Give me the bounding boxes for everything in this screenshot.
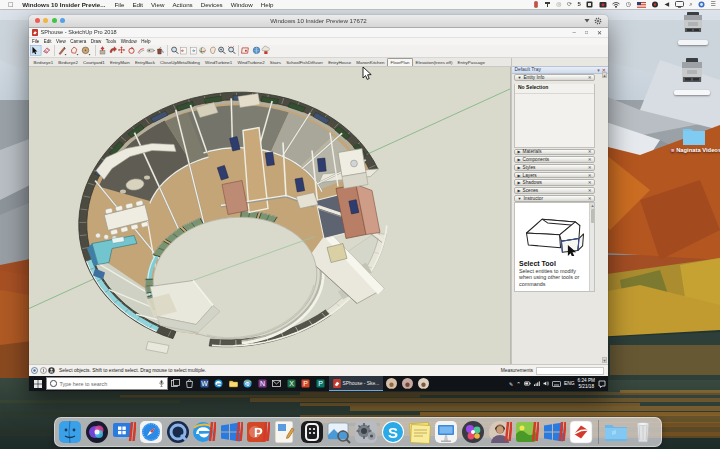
maximize-button[interactable]: □ (585, 29, 588, 36)
taskbar-app-mail[interactable] (270, 376, 285, 391)
tray-header[interactable]: Default Tray ▾✕ (512, 66, 608, 74)
menubar-item-actions[interactable]: Actions (172, 1, 192, 8)
dock-powerpoint[interactable]: P (246, 420, 270, 444)
credits-status-icon[interactable] (40, 367, 47, 374)
dock-preview[interactable] (327, 420, 351, 444)
dock-media-app[interactable] (461, 420, 485, 444)
taskbar-contact-3[interactable] (418, 378, 429, 389)
section-layers[interactable]: ▶ Layers ✕ (514, 172, 595, 179)
section-instructor[interactable]: ▼ Instructor ✕ (514, 195, 595, 202)
tray-scrollbar[interactable]: ▲ ▼ (602, 72, 608, 363)
chevron-up-icon[interactable]: ⌃ (516, 381, 521, 387)
menu-edit[interactable]: Edit (44, 39, 52, 44)
tab-schoolfishdiffuser[interactable]: SchoolFishDiffuser (284, 59, 326, 67)
pen-icon[interactable]: ✎ (509, 381, 513, 387)
section-components[interactable]: ▶ Components ✕ (514, 156, 595, 163)
close-button[interactable]: ✕ (597, 29, 602, 36)
user-status-icon[interactable] (48, 367, 55, 374)
materials-close-icon[interactable]: ✕ (588, 149, 592, 154)
entity-info-close-icon[interactable]: ✕ (588, 75, 592, 80)
tool-move[interactable] (117, 45, 126, 56)
spotlight-icon[interactable]: ⌕ (689, 0, 692, 9)
tab-entryback[interactable]: EntryBack (132, 59, 157, 67)
time-machine-icon[interactable]: ◷ (626, 0, 631, 9)
dock-windows-vm[interactable] (542, 420, 566, 444)
minimize-button[interactable]: – (573, 29, 576, 36)
tool-follow-me[interactable] (108, 45, 117, 56)
menu-view[interactable]: View (56, 39, 66, 44)
tab-manonkitchen[interactable]: ManonKitchen (354, 59, 387, 67)
tool-zoom[interactable] (170, 45, 179, 56)
sketchup-titlebar[interactable]: SPhouse - SketchUp Pro 2018 – □ ✕ (29, 28, 608, 39)
microphone-icon[interactable] (159, 380, 164, 387)
taskbar-app-file-explorer[interactable] (226, 376, 241, 391)
menubar-item-devices[interactable]: Devices (201, 1, 223, 8)
menubar-item-view[interactable]: View (151, 1, 164, 8)
apple-menu-icon[interactable]:  (8, 0, 13, 9)
taskbar-app-excel[interactable]: X (284, 376, 299, 391)
taskbar-app-publisher[interactable]: P (313, 376, 328, 391)
taskbar-app-powerpoint[interactable]: P (299, 376, 314, 391)
menubar-item-file[interactable]: File (114, 1, 124, 8)
tab-entrypassage[interactable]: EntryPassage (455, 59, 488, 67)
tool-offset[interactable] (136, 45, 145, 56)
menu-draw[interactable]: Draw (91, 39, 102, 44)
language-indicator[interactable]: ENG (564, 381, 575, 386)
tab-stairs[interactable]: Stairs (267, 59, 283, 67)
taskbar-active-sketchup[interactable]: SPhouse - Ske... (329, 376, 384, 391)
vm-titlebar[interactable]: Windows 10 Insider Preview 17672 (29, 15, 608, 28)
section-entity-info[interactable]: ▼ Entity Info ✕ (514, 74, 595, 81)
tool-zoom-window[interactable] (217, 45, 226, 56)
dock-contact-photo[interactable] (488, 420, 512, 444)
taskbar-app-internet-explorer[interactable] (241, 376, 256, 391)
menu-help[interactable]: Help (141, 39, 150, 44)
dock-internet-explorer[interactable] (192, 420, 216, 444)
desktop-icon-printer-1[interactable] (670, 11, 716, 46)
menu-file[interactable]: File (32, 39, 39, 44)
tool-zoom-extents[interactable] (227, 45, 236, 56)
tab-entryhouse[interactable]: EntryHouse (326, 59, 354, 67)
dock-notes-doc[interactable] (273, 420, 297, 444)
us-flag-icon[interactable] (637, 2, 646, 8)
tool-orbit[interactable] (198, 45, 207, 56)
volume-low-icon[interactable]: ◎ (556, 0, 561, 9)
tray-scroll-up-icon[interactable]: ▲ (602, 72, 608, 78)
menubar-item-window[interactable]: Window (231, 1, 253, 8)
dock-keynote[interactable] (434, 420, 458, 444)
tab-entrymain[interactable]: EntryMain (107, 59, 132, 67)
tab-closeupmetalsiding[interactable]: CloseUpMetalSiding (158, 59, 203, 67)
dock-sketchup[interactable] (569, 420, 593, 444)
dock-safari[interactable] (139, 420, 163, 444)
desktop-icon-naginata-videos[interactable]: ■ Naginata Videos (671, 126, 717, 153)
tool-section-plane[interactable] (241, 45, 251, 56)
tb-network-icon[interactable] (534, 381, 540, 386)
tool-select[interactable] (30, 45, 42, 56)
wifi-icon[interactable] (612, 1, 620, 8)
styles-close-icon[interactable]: ✕ (588, 165, 592, 170)
layers-close-icon[interactable]: ✕ (588, 173, 592, 178)
section-shadows[interactable]: ▶ Shadows ✕ (514, 179, 595, 186)
touch-keyboard-icon[interactable] (552, 381, 561, 387)
taskbar-clock[interactable]: 6:24 PM5/21/18 (578, 378, 595, 389)
tab-windturbine2[interactable]: WindTurbine2 (235, 59, 267, 67)
measurements-input[interactable] (536, 367, 604, 375)
screen-record-icon[interactable] (651, 1, 659, 8)
taskbar-app-word[interactable]: W (197, 376, 212, 391)
menu-camera[interactable]: Camera (70, 39, 86, 44)
components-close-icon[interactable]: ✕ (588, 157, 592, 162)
section-scenes[interactable]: ▶ Scenes ✕ (514, 187, 595, 194)
tool-line[interactable] (57, 45, 69, 56)
tool-previous[interactable] (179, 45, 188, 56)
tool-tape-measure[interactable] (146, 45, 155, 56)
notification-center-icon[interactable]: ☰ (711, 0, 716, 9)
tab-birdseye1[interactable]: Birdseye1 (31, 59, 56, 67)
menu-window[interactable]: Window (121, 39, 137, 44)
taskbar-app-store[interactable] (183, 376, 198, 391)
display-icon[interactable] (675, 1, 684, 8)
dock-skype[interactable]: S (381, 420, 405, 444)
tab-elevation-trees-off[interactable]: Elevation(trees off) (413, 59, 455, 67)
action-center-icon[interactable] (598, 380, 606, 388)
tool-add-location[interactable] (252, 45, 261, 56)
shadows-close-icon[interactable]: ✕ (588, 180, 592, 185)
dock-remote-app[interactable] (300, 420, 324, 444)
